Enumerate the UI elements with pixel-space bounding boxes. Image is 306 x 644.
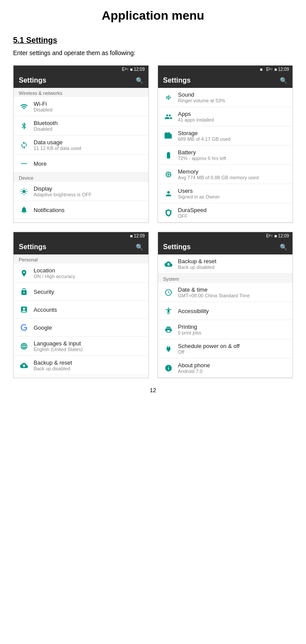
status-bar-4: E⁴↑ ■ 12:09 bbox=[158, 232, 293, 240]
settings-body-3: Personal Location ON / High accuracy Sec… bbox=[14, 254, 148, 375]
settings-body-2: Sound Ringer volume at 53% Apps 41 apps … bbox=[158, 88, 293, 223]
settings-header-4: Settings 🔍 bbox=[158, 240, 293, 254]
printing-icon bbox=[163, 324, 174, 335]
backup-item-4[interactable]: Backup & reset Back up disabled bbox=[158, 254, 293, 274]
sound-text: Sound Ringer volume at 53% bbox=[178, 91, 225, 103]
display-icon bbox=[19, 186, 29, 197]
storage-icon bbox=[163, 131, 174, 141]
section-label-wireless: Wireless & networks bbox=[14, 88, 148, 97]
bluetooth-item[interactable]: Bluetooth Disabled bbox=[14, 116, 148, 136]
storage-text: Storage 689 MB of 4.17 GB used bbox=[178, 130, 230, 142]
battery-icon bbox=[163, 150, 174, 160]
status-bar-1: E⁴↑ ■ 12:09 bbox=[14, 66, 148, 73]
signal-icon: E⁴↑ ■ 12:09 bbox=[122, 67, 144, 72]
about-text: About phone Android 7.0 bbox=[178, 362, 210, 374]
search-icon-2[interactable]: 🔍 bbox=[280, 77, 287, 84]
sound-item[interactable]: Sound Ringer volume at 53% bbox=[158, 88, 293, 107]
more-item[interactable]: More bbox=[14, 155, 148, 173]
settings-body-1: Wireless & networks Wi-Fi Disabled Bluet… bbox=[14, 88, 148, 219]
notifications-item[interactable]: Notifications bbox=[14, 201, 148, 219]
schedule-text: Schedule power on & off Off bbox=[178, 343, 240, 355]
search-icon-4[interactable]: 🔍 bbox=[280, 244, 287, 251]
accounts-item[interactable]: Accounts bbox=[14, 301, 148, 319]
storage-item[interactable]: Storage 689 MB of 4.17 GB used bbox=[158, 126, 293, 146]
screen-2: ■ E⁴↑ ■ 12:09 Settings 🔍 Sound Ringer vo… bbox=[158, 65, 293, 223]
datetime-icon bbox=[163, 287, 174, 298]
bluetooth-icon bbox=[19, 121, 29, 131]
section-heading: 5.1 Settings bbox=[13, 36, 293, 45]
settings-title-1: Settings bbox=[19, 77, 46, 84]
status-bar-2: ■ E⁴↑ ■ 12:09 bbox=[158, 66, 293, 73]
more-text: More bbox=[34, 160, 47, 167]
signal-icon-4: E⁴↑ ■ 12:09 bbox=[266, 233, 289, 238]
accessibility-item[interactable]: Accessibility bbox=[158, 302, 293, 320]
intro-text: Enter settings and operate them as follo… bbox=[13, 49, 293, 56]
page-number: 12 bbox=[13, 387, 293, 393]
memory-icon bbox=[163, 169, 174, 180]
search-icon-3[interactable]: 🔍 bbox=[136, 244, 143, 251]
display-item[interactable]: Display Adaptive brightness is OFF bbox=[14, 182, 148, 201]
location-item[interactable]: Location ON / High accuracy bbox=[14, 264, 148, 283]
duraspeed-item[interactable]: DuraSpeed OFF bbox=[158, 203, 293, 223]
printing-text: Printing 0 print jobs bbox=[178, 324, 202, 335]
page-title: Application menu bbox=[13, 9, 293, 23]
apps-text: Apps 41 apps installed bbox=[178, 111, 214, 122]
duraspeed-text: DuraSpeed OFF bbox=[178, 207, 207, 219]
screenshots-grid: E⁴↑ ■ 12:09 Settings 🔍 Wireless & networ… bbox=[13, 65, 293, 378]
settings-title-3: Settings bbox=[19, 243, 46, 251]
settings-header-3: Settings 🔍 bbox=[14, 240, 148, 254]
wifi-item[interactable]: Wi-Fi Disabled bbox=[14, 97, 148, 116]
screen-3: ■ 12:09 Settings 🔍 Personal Location ON … bbox=[13, 232, 149, 378]
security-text: Security bbox=[34, 289, 54, 295]
section-label-personal: Personal bbox=[14, 254, 148, 264]
users-icon bbox=[163, 188, 174, 199]
more-icon bbox=[19, 158, 29, 169]
accessibility-text: Accessibility bbox=[178, 308, 209, 314]
memory-item[interactable]: Memory Avg 774 MB of 0.88 GB memory used bbox=[158, 165, 293, 184]
display-text: Display Adaptive brightness is OFF bbox=[34, 185, 92, 197]
location-text: Location ON / High accuracy bbox=[34, 267, 75, 279]
printing-item[interactable]: Printing 0 print jobs bbox=[158, 320, 293, 339]
accounts-icon bbox=[19, 304, 29, 315]
duraspeed-icon bbox=[163, 208, 174, 218]
battery-item[interactable]: Battery 72% - approx 6 hrs left bbox=[158, 146, 293, 165]
backup-icon-3 bbox=[19, 360, 29, 371]
backup-text-4: Backup & reset Back up disabled bbox=[178, 258, 217, 270]
about-item[interactable]: About phone Android 7.0 bbox=[158, 359, 293, 378]
language-item[interactable]: Languages & input English (United States… bbox=[14, 337, 148, 356]
section-label-system: System bbox=[158, 274, 293, 283]
signal-icon-2: ■ E⁴↑ ■ 12:09 bbox=[260, 67, 289, 72]
google-icon bbox=[19, 322, 29, 333]
google-item[interactable]: Google bbox=[14, 319, 148, 337]
backup-icon-4 bbox=[163, 259, 174, 269]
battery-text: Battery 72% - approx 6 hrs left bbox=[178, 149, 227, 161]
apps-icon bbox=[163, 111, 174, 122]
section-label-device: Device bbox=[14, 173, 148, 182]
screen-4: E⁴↑ ■ 12:09 Settings 🔍 Backup & reset Ba… bbox=[158, 232, 293, 378]
users-item[interactable]: Users Signed in as Owner bbox=[158, 184, 293, 203]
settings-header-2: Settings 🔍 bbox=[158, 73, 293, 88]
data-usage-item[interactable]: Data usage 11.12 KB of data used bbox=[14, 136, 148, 155]
apps-item[interactable]: Apps 41 apps installed bbox=[158, 107, 293, 126]
settings-title-2: Settings bbox=[163, 77, 191, 84]
google-text: Google bbox=[34, 324, 52, 331]
security-item[interactable]: Security bbox=[14, 283, 148, 301]
schedule-item[interactable]: Schedule power on & off Off bbox=[158, 339, 293, 359]
notifications-text: Notifications bbox=[34, 207, 65, 213]
backup-text-3: Backup & reset Back up disabled bbox=[34, 359, 72, 371]
sound-icon bbox=[163, 92, 174, 103]
location-icon bbox=[19, 268, 29, 278]
language-text: Languages & input English (United States… bbox=[34, 340, 83, 352]
settings-header-1: Settings 🔍 bbox=[14, 73, 148, 88]
data-usage-text: Data usage 11.12 KB of data used bbox=[34, 139, 81, 151]
datetime-item[interactable]: Date & time GMT+08:00 China Standard Tim… bbox=[158, 283, 293, 302]
schedule-icon bbox=[163, 344, 174, 354]
users-text: Users Signed in as Owner bbox=[178, 188, 220, 199]
wifi-icon bbox=[19, 101, 29, 112]
backup-item-3[interactable]: Backup & reset Back up disabled bbox=[14, 356, 148, 375]
about-icon bbox=[163, 363, 174, 373]
accounts-text: Accounts bbox=[34, 306, 57, 313]
language-icon bbox=[19, 341, 29, 352]
search-icon-1[interactable]: 🔍 bbox=[136, 77, 143, 84]
datetime-text: Date & time GMT+08:00 China Standard Tim… bbox=[178, 286, 250, 298]
